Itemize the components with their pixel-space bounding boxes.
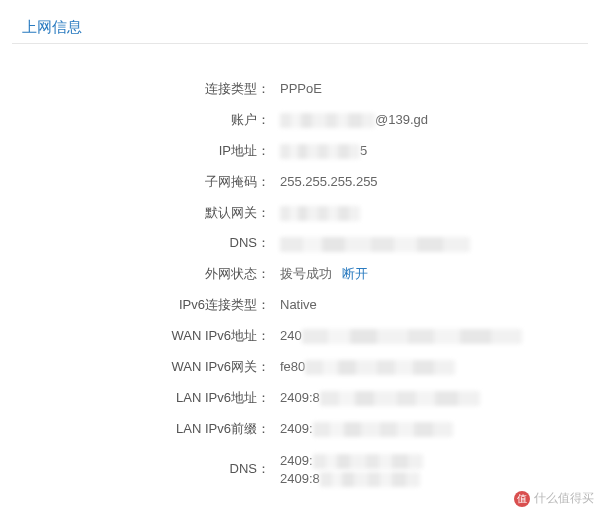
value: 255.255.255.255 (280, 174, 600, 191)
prefix: 2409: (280, 421, 313, 436)
label: WAN IPv6网关： (0, 359, 280, 376)
value (280, 235, 600, 252)
prefix: 2409: (280, 453, 313, 468)
redacted (280, 237, 470, 252)
row-wan-ipv6-gateway: WAN IPv6网关： fe80 (0, 352, 600, 383)
label: DNS： (0, 235, 280, 252)
redacted (320, 391, 480, 406)
redacted (320, 472, 420, 487)
value: fe80 (280, 359, 600, 376)
redacted (313, 422, 453, 437)
label: LAN IPv6地址： (0, 390, 280, 407)
prefix: 240 (280, 328, 302, 343)
label: IPv6连接类型： (0, 297, 280, 314)
label: DNS： (0, 461, 280, 478)
disconnect-link[interactable]: 断开 (342, 266, 368, 281)
label: WAN IPv6地址： (0, 328, 280, 345)
redacted (280, 206, 360, 221)
value: 拨号成功 断开 (280, 266, 600, 283)
account-suffix: @139.gd (375, 112, 428, 127)
value: 5 (280, 143, 600, 160)
row-dns: DNS： (0, 228, 600, 259)
row-default-gateway: 默认网关： (0, 198, 600, 229)
label: 子网掩码： (0, 174, 280, 191)
label: IP地址： (0, 143, 280, 160)
value: PPPoE (280, 81, 600, 98)
label: 账户： (0, 112, 280, 129)
value: Native (280, 297, 600, 314)
label: 默认网关： (0, 205, 280, 222)
watermark-text: 什么值得买 (534, 490, 594, 507)
value: 2409: 2409:8 (280, 452, 600, 488)
value (280, 205, 600, 222)
section-title: 上网信息 (0, 0, 600, 43)
watermark-icon: 值 (514, 491, 530, 507)
row-subnet-mask: 子网掩码： 255.255.255.255 (0, 167, 600, 198)
row-ipv6-type: IPv6连接类型： Native (0, 290, 600, 321)
prefix: 2409:8 (280, 471, 320, 486)
status-text: 拨号成功 (280, 266, 332, 281)
value: 2409: (280, 421, 600, 438)
prefix: 2409:8 (280, 390, 320, 405)
watermark: 值 什么值得买 (514, 490, 594, 507)
prefix: fe80 (280, 359, 305, 374)
row-account: 账户： @139.gd (0, 105, 600, 136)
row-connection-type: 连接类型： PPPoE (0, 74, 600, 105)
row-wan-status: 外网状态： 拨号成功 断开 (0, 259, 600, 290)
row-lan-ipv6-prefix: LAN IPv6前缀： 2409: (0, 414, 600, 445)
value: @139.gd (280, 112, 600, 129)
redacted (302, 329, 522, 344)
redacted (313, 454, 423, 469)
value: 240 (280, 328, 600, 345)
label: 连接类型： (0, 81, 280, 98)
row-ip: IP地址： 5 (0, 136, 600, 167)
redacted (305, 360, 455, 375)
row-dns-ipv6: DNS： 2409: 2409:8 (0, 445, 600, 495)
row-lan-ipv6: LAN IPv6地址： 2409:8 (0, 383, 600, 414)
redacted (280, 113, 375, 128)
info-table: 连接类型： PPPoE 账户： @139.gd IP地址： 5 子网掩码： 25… (0, 44, 600, 495)
value: 2409:8 (280, 390, 600, 407)
ip-suffix: 5 (360, 143, 367, 158)
redacted (280, 144, 360, 159)
label: LAN IPv6前缀： (0, 421, 280, 438)
label: 外网状态： (0, 266, 280, 283)
row-wan-ipv6: WAN IPv6地址： 240 (0, 321, 600, 352)
